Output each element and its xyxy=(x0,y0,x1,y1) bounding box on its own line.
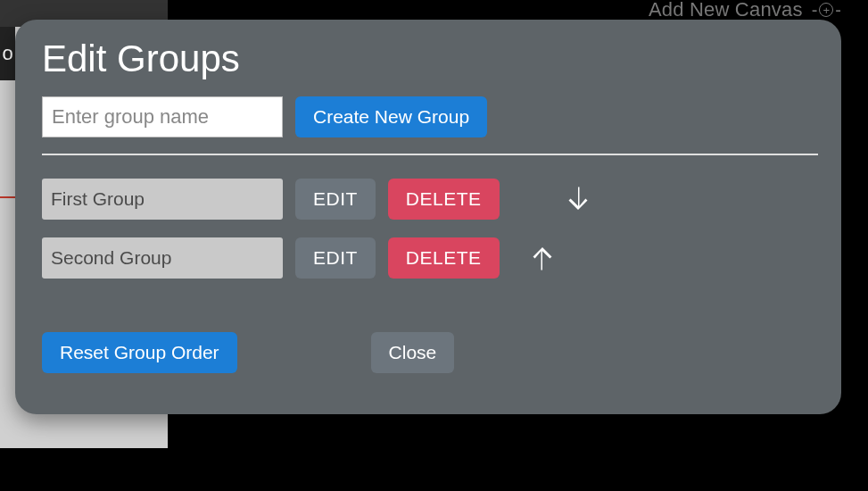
modal-footer: Reset Group Order Close xyxy=(42,332,814,373)
delete-group-button[interactable]: DELETE xyxy=(388,237,500,279)
arrow-up-icon xyxy=(526,242,558,274)
move-down-button[interactable] xyxy=(548,183,594,215)
edit-group-button[interactable]: EDIT xyxy=(295,179,376,220)
divider xyxy=(42,154,818,155)
delete-group-button[interactable]: DELETE xyxy=(388,179,500,220)
plus-circle-icon: + xyxy=(819,3,833,17)
create-group-button[interactable]: Create New Group xyxy=(295,96,487,137)
edit-group-button[interactable]: EDIT xyxy=(295,237,376,279)
reset-order-button[interactable]: Reset Group Order xyxy=(42,332,237,373)
background-partial-char: o xyxy=(0,27,15,80)
dash-left-icon: - xyxy=(812,0,818,21)
group-row: First Group EDIT DELETE xyxy=(42,179,814,220)
group-row: Second Group EDIT DELETE xyxy=(42,237,814,279)
move-up-button[interactable] xyxy=(512,242,558,274)
group-name-label: First Group xyxy=(42,179,283,220)
add-canvas-link[interactable]: Add New Canvas xyxy=(649,0,803,21)
background-accent-line xyxy=(0,196,15,198)
close-modal-button[interactable]: Close xyxy=(371,332,455,373)
create-group-row: Create New Group xyxy=(42,96,814,137)
group-name-input[interactable] xyxy=(42,96,283,137)
modal-title: Edit Groups xyxy=(42,37,814,80)
group-name-label: Second Group xyxy=(42,237,283,279)
page-header: Add New Canvas - + - xyxy=(0,0,868,20)
group-list: First Group EDIT DELETE Second Group EDI… xyxy=(42,179,814,279)
add-canvas-icon-group[interactable]: - + - xyxy=(812,0,841,21)
edit-groups-modal: Edit Groups Create New Group First Group… xyxy=(15,20,841,414)
dash-right-icon: - xyxy=(835,0,841,21)
arrow-down-icon xyxy=(562,183,594,215)
